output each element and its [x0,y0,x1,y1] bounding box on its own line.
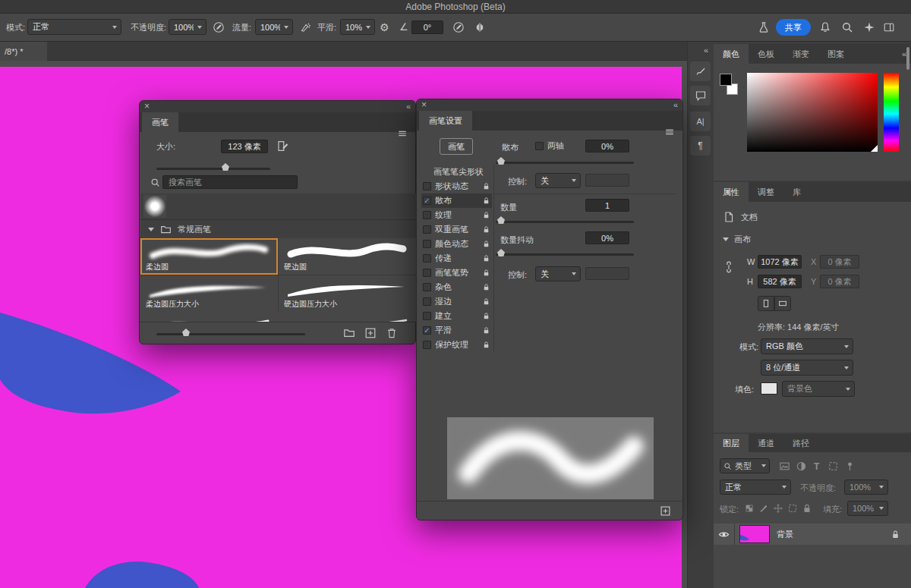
checkbox[interactable] [423,312,431,320]
scrollbar-thumb[interactable] [906,47,909,70]
filter-adjustment-layers-icon[interactable] [796,461,807,472]
current-brush-thumbnail[interactable] [143,195,166,218]
collapse-rail-chevrons[interactable]: « [704,45,708,56]
collapse-chevrons-icon[interactable]: « [673,99,677,111]
tab-paths[interactable]: 路径 [783,434,818,452]
pressure-size-icon[interactable] [452,21,465,33]
new-brush-plus-icon[interactable] [364,327,377,339]
lock-icon[interactable] [482,341,490,349]
new-brush-from-tip-icon[interactable] [276,140,289,153]
brush-search-box[interactable] [162,175,298,189]
layer-blend-mode-dropdown[interactable]: 正常 [720,480,791,495]
filter-pixel-layers-icon[interactable] [779,461,790,472]
notifications-bell-icon[interactable] [819,21,831,33]
layer-name[interactable]: 背景 [777,529,793,540]
lock-icon[interactable] [482,197,490,205]
both-axes-checkbox-row[interactable]: 两轴 [535,140,564,152]
layer-visibility-cell[interactable] [714,524,735,545]
panel-menu-icon[interactable] [397,128,408,139]
tab-adjustments[interactable]: 调整 [749,182,783,202]
checkbox[interactable] [423,283,431,291]
brush-search-input[interactable] [165,176,297,188]
tab-gradients[interactable]: 渐变 [783,44,818,64]
lock-artboard-icon[interactable] [787,503,798,514]
checkbox[interactable] [423,182,431,190]
lock-icon[interactable] [482,225,490,234]
workspace-panels-icon[interactable] [883,21,895,33]
paint-symmetry-icon[interactable] [474,21,486,33]
character-panel-icon[interactable]: A| [690,112,711,131]
scatter-value-field[interactable]: 0% [585,140,629,153]
canvas-section-header[interactable]: 画布 [723,234,751,245]
checkbox[interactable] [423,211,431,219]
tab-color[interactable]: 颜色 [714,44,749,64]
airbrush-icon[interactable] [299,21,311,33]
tab-libraries[interactable]: 库 [783,182,810,202]
smoothing-dropdown[interactable]: 10% [340,19,375,35]
tab-layers[interactable]: 图层 [714,434,749,452]
opacity-dropdown[interactable]: 100% [169,19,206,35]
filter-shape-layers-icon[interactable] [827,461,839,472]
checkbox-checked[interactable]: ✓ [423,326,431,335]
close-icon[interactable]: × [421,99,427,111]
layer-filter-dropdown[interactable]: 类型 [720,458,770,473]
list-item-noise[interactable]: 杂色 [421,280,492,294]
scatter-control-dropdown[interactable]: 关 [535,173,581,188]
list-item-dual-brush[interactable]: 双重画笔 [421,222,492,237]
panel-menu-icon[interactable] [664,127,675,137]
foreground-color-swatch[interactable] [720,74,732,86]
brush-angle-field[interactable]: 0° [411,20,443,34]
list-item-tip-shape[interactable]: 画笔笔尖形状 [421,165,492,179]
brush-preset-soft-round-pressure[interactable]: 柔边圆压力大小 [140,275,278,312]
beta-flask-icon[interactable] [758,21,770,33]
orientation-portrait-button[interactable] [758,296,774,311]
tab-channels[interactable]: 通道 [749,434,783,452]
brush-preset-soft-round[interactable]: 柔边圆 [140,238,278,275]
lock-icon[interactable] [482,283,490,291]
lock-icon[interactable] [482,326,490,335]
lock-icon[interactable] [482,254,490,263]
fill-color-swatch[interactable] [761,382,777,395]
paragraph-panel-icon[interactable]: ¶ [690,136,711,156]
orientation-landscape-button[interactable] [774,296,791,311]
new-group-folder-icon[interactable] [343,327,355,339]
lock-pixels-icon[interactable] [758,503,769,514]
brush-settings-panel-icon[interactable] [690,61,711,81]
x-field[interactable]: 0 像素 [820,255,859,269]
lock-all-icon[interactable] [802,503,812,514]
tab-brushes[interactable]: 画笔 [142,112,178,132]
lock-icon[interactable] [482,182,490,190]
width-field[interactable]: 1072 像素 [758,255,802,269]
brush-preset-hard-round-pressure[interactable]: 硬边圆压力大小 [279,275,416,312]
lock-icon[interactable] [482,269,490,277]
slider-thumb[interactable] [222,163,229,171]
layer-row-background[interactable]: 背景 [714,524,911,545]
document-tab[interactable]: /8*) * [0,42,47,61]
scatter-slider[interactable] [496,162,634,164]
lock-icon[interactable] [482,312,490,320]
checkbox[interactable] [423,225,431,234]
collapse-chevrons-icon[interactable]: « [406,101,410,112]
layer-opacity-dropdown[interactable]: 100% [844,480,888,495]
y-field[interactable]: 0 像素 [820,275,859,288]
checkbox[interactable] [423,254,431,263]
comments-panel-icon[interactable] [690,86,711,105]
tab-properties[interactable]: 属性 [714,182,749,202]
layer-thumbnail[interactable] [739,525,770,543]
flow-dropdown[interactable]: 100% [255,19,293,35]
tab-swatches[interactable]: 色板 [749,44,783,64]
filter-type-layers-icon[interactable]: T [814,461,819,472]
brushes-panel-titlebar[interactable]: × « [140,101,415,112]
checkbox[interactable] [423,269,431,277]
saturation-brightness-field[interactable] [747,73,878,152]
lock-transparency-icon[interactable] [744,503,755,514]
bit-depth-dropdown[interactable]: 8 位/通道 [761,360,853,376]
color-mode-dropdown[interactable]: RGB 颜色 [761,338,853,354]
list-item-protect-texture[interactable]: 保护纹理 [421,338,492,352]
checkbox[interactable] [423,297,431,306]
slider-thumb[interactable] [497,157,505,165]
checkbox[interactable] [423,240,431,248]
count-slider[interactable] [496,221,634,223]
list-item-transfer[interactable]: 传递 [421,251,492,266]
list-item-color-dynamics[interactable]: 颜色动态 [421,237,492,251]
